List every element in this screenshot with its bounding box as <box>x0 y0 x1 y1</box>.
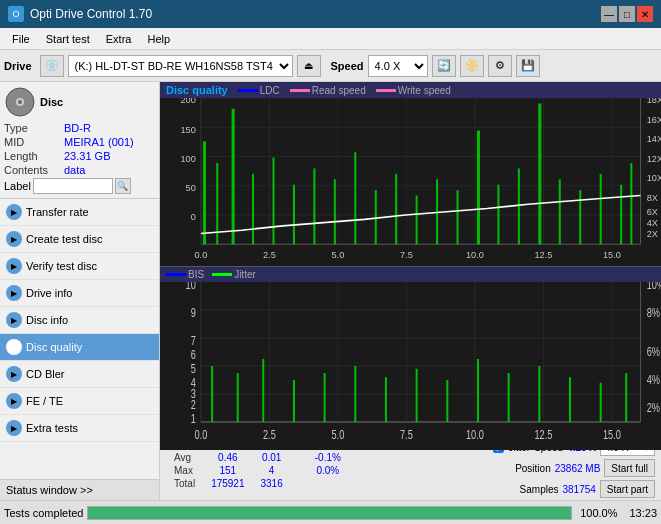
charts-area: 200 150 100 50 0 18X 16X 14X 12X 10X 8X … <box>160 98 661 435</box>
svg-text:8%: 8% <box>647 306 660 320</box>
nav-create-test-disc-label: Create test disc <box>26 233 102 245</box>
svg-rect-47 <box>354 152 356 244</box>
svg-rect-48 <box>375 190 377 244</box>
status-bar: Tests completed 100.0% 13:23 <box>0 500 661 524</box>
nav-create-test-disc[interactable]: ▶ Create test disc <box>0 226 159 253</box>
disc-label-input[interactable] <box>33 178 113 194</box>
svg-text:8X: 8X <box>647 192 659 203</box>
nav-fe-te[interactable]: ▶ FE / TE <box>0 388 159 415</box>
svg-rect-54 <box>497 185 499 245</box>
menu-start-test[interactable]: Start test <box>38 31 98 47</box>
svg-text:5: 5 <box>191 362 196 376</box>
nav-items: ▶ Transfer rate ▶ Create test disc ▶ Ver… <box>0 199 159 479</box>
svg-text:6: 6 <box>191 348 196 362</box>
start-full-button[interactable]: Start full <box>604 459 655 477</box>
svg-rect-102 <box>354 366 356 422</box>
svg-text:2.5: 2.5 <box>263 249 276 260</box>
svg-text:10: 10 <box>186 282 196 291</box>
svg-rect-105 <box>446 380 448 422</box>
max-bis: 4 <box>253 464 291 477</box>
maximize-button[interactable]: □ <box>619 6 635 22</box>
menu-file[interactable]: File <box>4 31 38 47</box>
legend-jitter-color <box>212 273 232 276</box>
svg-rect-104 <box>416 369 418 422</box>
close-button[interactable]: ✕ <box>637 6 653 22</box>
disc-type-row: Type BD-R <box>4 122 155 134</box>
save-icon-btn[interactable]: 💾 <box>516 55 540 77</box>
minimize-button[interactable]: — <box>601 6 617 22</box>
nav-disc-quality[interactable]: ▶ Disc quality <box>0 334 159 361</box>
drive-icon-btn[interactable]: 💿 <box>40 55 64 77</box>
eject-button[interactable]: ⏏ <box>297 55 321 77</box>
nav-disc-info[interactable]: ▶ Disc info <box>0 307 159 334</box>
svg-text:5.0: 5.0 <box>332 249 345 260</box>
legend-read-color <box>290 89 310 92</box>
legend-ldc-color <box>238 89 258 92</box>
svg-rect-107 <box>508 373 510 422</box>
disc-contents-row: Contents data <box>4 164 155 176</box>
title-bar-left: O Opti Drive Control 1.70 <box>8 6 152 22</box>
svg-rect-97 <box>211 366 213 422</box>
nav-disc-info-icon: ▶ <box>6 312 22 328</box>
drive-toolbar: Drive 💿 (K:) HL-DT-ST BD-RE WH16NS58 TST… <box>0 50 661 82</box>
settings-icon-btn[interactable]: ⚙ <box>488 55 512 77</box>
nav-extra-tests[interactable]: ▶ Extra tests <box>0 415 159 442</box>
start-part-button[interactable]: Start part <box>600 480 655 498</box>
legend-bis-label: BIS <box>188 269 204 280</box>
svg-rect-39 <box>203 141 206 244</box>
drive-label: Drive <box>4 60 32 72</box>
svg-text:18X: 18X <box>647 98 661 105</box>
menu-extra[interactable]: Extra <box>98 31 140 47</box>
nav-drive-info[interactable]: ▶ Drive info <box>0 280 159 307</box>
svg-rect-106 <box>477 359 479 422</box>
svg-rect-3 <box>160 98 661 266</box>
speed-label: Speed <box>331 60 364 72</box>
legend-jitter-label: Jitter <box>234 269 256 280</box>
svg-text:0: 0 <box>191 211 196 222</box>
svg-text:2%: 2% <box>647 401 660 415</box>
svg-text:7.5: 7.5 <box>400 249 413 260</box>
max-ldc: 151 <box>203 464 252 477</box>
svg-text:200: 200 <box>180 98 195 105</box>
disc-length-label: Length <box>4 150 64 162</box>
bottom-chart: BIS Jitter <box>160 267 661 435</box>
progress-bar-fill <box>88 507 571 519</box>
status-window-btn[interactable]: Status window >> <box>0 479 159 500</box>
top-chart-svg: 200 150 100 50 0 18X 16X 14X 12X 10X 8X … <box>160 98 661 266</box>
status-text: Tests completed <box>4 507 83 519</box>
avg-ldc: 0.46 <box>203 451 252 464</box>
progress-pct: 100.0% <box>580 507 617 519</box>
svg-text:10X: 10X <box>647 172 661 183</box>
nav-transfer-rate-icon: ▶ <box>6 204 22 220</box>
samples-label: Samples <box>520 484 559 495</box>
title-bar-controls: — □ ✕ <box>601 6 653 22</box>
svg-text:6X: 6X <box>647 206 659 217</box>
disc-contents-label: Contents <box>4 164 64 176</box>
svg-text:10.0: 10.0 <box>466 427 484 441</box>
nav-verify-test-disc[interactable]: ▶ Verify test disc <box>0 253 159 280</box>
speed-select[interactable]: 4.0 X <box>368 55 428 77</box>
svg-rect-46 <box>334 179 336 244</box>
max-jitter: 0.0% <box>307 464 349 477</box>
disc-length-value: 23.31 GB <box>64 150 155 162</box>
svg-rect-110 <box>600 383 602 422</box>
svg-rect-49 <box>395 174 397 244</box>
svg-rect-50 <box>416 196 418 245</box>
refresh-button[interactable]: 🔄 <box>432 55 456 77</box>
status-time: 13:23 <box>629 507 657 519</box>
svg-text:12.5: 12.5 <box>534 249 552 260</box>
nav-cd-bler[interactable]: ▶ CD Bler <box>0 361 159 388</box>
svg-rect-42 <box>252 174 254 244</box>
nav-disc-quality-label: Disc quality <box>26 341 82 353</box>
nav-transfer-rate[interactable]: ▶ Transfer rate <box>0 199 159 226</box>
position-label: Position <box>515 463 551 474</box>
disc-icon-btn[interactable]: 📀 <box>460 55 484 77</box>
menu-help[interactable]: Help <box>139 31 178 47</box>
drive-select[interactable]: (K:) HL-DT-ST BD-RE WH16NS58 TST4 <box>68 55 293 77</box>
progress-bar-wrap <box>87 506 572 520</box>
svg-text:1: 1 <box>191 412 196 426</box>
disc-label-btn[interactable]: 🔍 <box>115 178 131 194</box>
svg-point-2 <box>18 100 22 104</box>
disc-length-row: Length 23.31 GB <box>4 150 155 162</box>
svg-rect-101 <box>324 373 326 422</box>
